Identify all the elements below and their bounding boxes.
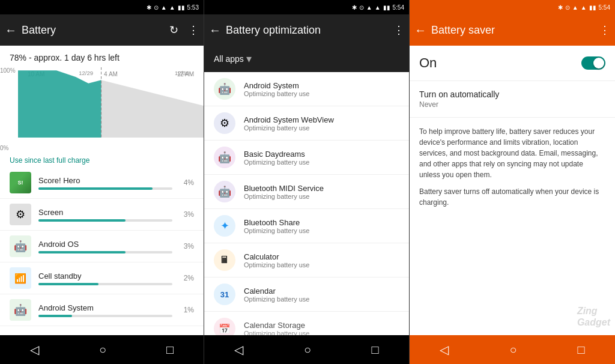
opt-item-basic-daydreams[interactable]: 🤖 Basic Daydreams Optimizing battery use xyxy=(204,141,409,175)
bt-icon: ✱ xyxy=(147,4,151,11)
saver-desc-p2: Battery saver turns off automatically wh… xyxy=(419,186,605,208)
opt-sub-calendar-storage: Optimizing battery use xyxy=(244,330,309,336)
page-title-2: Battery optimization xyxy=(226,24,384,37)
battery-item-cell[interactable]: 📶 Cell standby 2% xyxy=(0,262,204,294)
battery-chart: 100% 0% 12/29 12/30 10 AM 4 AM 12 AM xyxy=(0,67,204,151)
filter-label: All apps xyxy=(214,54,244,64)
opt-info-calendar: Calendar Optimizing battery use xyxy=(244,287,309,303)
app-name-screen: Screen xyxy=(38,208,172,217)
overflow-menu-2[interactable]: ⋮ xyxy=(393,23,404,37)
toolbar-2: ← Battery optimization ⋮ xyxy=(204,14,409,46)
app-icon-score-hero: S! xyxy=(10,172,31,193)
opt-sub-bt-midi: Optimizing battery use xyxy=(244,193,324,200)
svg-marker-1 xyxy=(18,70,101,138)
opt-sub-calendar: Optimizing battery use xyxy=(244,296,309,303)
saver-toggle-row: On xyxy=(410,46,615,81)
opt-item-calendar[interactable]: 31 Calendar Optimizing battery use xyxy=(204,278,409,312)
page-title-3: Battery saver xyxy=(431,24,590,37)
back-button-2[interactable]: ← xyxy=(209,23,221,37)
app-name-score: Score! Hero xyxy=(38,176,172,185)
overflow-menu-3[interactable]: ⋮ xyxy=(599,23,610,37)
opt-name-calculator: Calculator xyxy=(244,252,309,261)
turn-on-auto-title: Turn on automatically xyxy=(419,89,605,99)
opt-info-android-system: Android System Optimizing battery use xyxy=(244,81,309,97)
svg-text:12/30: 12/30 xyxy=(175,70,189,76)
app-icon-screen: ⚙ xyxy=(10,204,31,225)
signal-icon-3: ▲ xyxy=(572,4,578,11)
y-label-top: 100% xyxy=(0,67,16,74)
opt-info-basic-daydreams: Basic Daydreams Optimizing battery use xyxy=(244,150,309,166)
nav-recent-3[interactable]: □ xyxy=(577,343,584,357)
filter-dropdown[interactable]: All apps ▾ xyxy=(214,52,252,65)
nav-home-1[interactable]: ○ xyxy=(99,343,106,357)
svg-marker-0 xyxy=(101,80,204,138)
battery-item-android-os[interactable]: 🤖 Android OS 3% xyxy=(0,231,204,262)
opt-icon-bt-share: ✦ xyxy=(214,215,235,237)
nav-recent-2[interactable]: □ xyxy=(372,343,379,357)
battery-item-screen[interactable]: ⚙ Screen 3% xyxy=(0,199,204,231)
app-info-cell: Cell standby xyxy=(38,271,172,285)
toolbar-3: ← Battery saver ⋮ xyxy=(410,14,615,46)
time-3: 5:54 xyxy=(599,4,610,11)
saver-description: To help improve battery life, battery sa… xyxy=(410,118,615,216)
battery-item-score[interactable]: S! Score! Hero 4% xyxy=(0,167,204,199)
opt-info-bt-midi: Bluetooth MIDI Service Optimizing batter… xyxy=(244,184,324,200)
alarm-icon: ⊙ xyxy=(154,4,159,11)
turn-on-auto-row[interactable]: Turn on automatically Never xyxy=(410,81,615,118)
status-icons-1: ✱ ⊙ ▲ ▲ ▮▮ 5:53 xyxy=(147,4,199,11)
chevron-down-icon: ▾ xyxy=(246,52,252,65)
bt-icon-2: ✱ xyxy=(352,4,357,11)
alarm-icon-2: ⊙ xyxy=(359,4,364,11)
nav-recent-1[interactable]: □ xyxy=(166,343,174,357)
turn-on-auto-sub: Never xyxy=(419,100,605,109)
page-title-1: Battery xyxy=(22,24,160,37)
nav-bar-1: ◁ ○ □ xyxy=(0,335,204,364)
nav-back-3[interactable]: ◁ xyxy=(440,342,449,357)
battery-icon: ▮▮ xyxy=(178,4,185,11)
app-name-android-os: Android OS xyxy=(38,240,172,249)
opt-item-android-system[interactable]: 🤖 Android System Optimizing battery use xyxy=(204,72,409,106)
nav-back-2[interactable]: ◁ xyxy=(234,342,243,357)
nav-home-3[interactable]: ○ xyxy=(509,343,517,357)
alarm-icon-3: ⊙ xyxy=(565,4,570,11)
battery-saver-toggle[interactable] xyxy=(581,56,605,70)
opt-item-calendar-storage[interactable]: 📅 Calendar Storage Optimizing battery us… xyxy=(204,312,409,335)
app-bar-score xyxy=(38,187,172,190)
app-icon-cell: 📶 xyxy=(10,267,31,289)
saver-content: On Turn on automatically Never To help i… xyxy=(410,46,615,335)
back-button-1[interactable]: ← xyxy=(5,23,17,37)
app-info-score: Score! Hero xyxy=(38,176,172,190)
app-info-android-os: Android OS xyxy=(38,240,172,253)
overflow-menu-1[interactable]: ⋮ xyxy=(188,23,199,37)
opt-item-calculator[interactable]: 🖩 Calculator Optimizing battery use xyxy=(204,243,409,278)
wifi-icon-3: ▲ xyxy=(581,4,587,11)
app-pct-screen: 3% xyxy=(180,210,194,219)
opt-item-bt-share[interactable]: ✦ Bluetooth Share Optimizing battery use xyxy=(204,209,409,243)
opt-name-basic-daydreams: Basic Daydreams xyxy=(244,150,309,159)
status-bar-3: ✱ ⊙ ▲ ▲ ▮▮ 5:54 xyxy=(410,0,615,14)
nav-bar-2: ◁ ○ □ xyxy=(204,335,409,364)
saver-on-label: On xyxy=(419,55,581,71)
opt-icon-android-system: 🤖 xyxy=(214,78,235,100)
opt-icon-calendar-storage: 📅 xyxy=(214,318,235,335)
status-bar-1: ✱ ⊙ ▲ ▲ ▮▮ 5:53 xyxy=(0,0,204,14)
nav-bar-3: ◁ ○ □ xyxy=(410,335,615,364)
nav-back-1[interactable]: ◁ xyxy=(30,342,39,357)
opt-item-bt-midi[interactable]: 🤖 Bluetooth MIDI Service Optimizing batt… xyxy=(204,175,409,209)
status-icons-3: ✱ ⊙ ▲ ▲ ▮▮ 5:54 xyxy=(558,4,610,11)
refresh-icon[interactable]: ↻ xyxy=(169,23,178,37)
opt-sub-android-system: Optimizing battery use xyxy=(244,90,309,97)
saver-desc-p1: To help improve battery life, battery sa… xyxy=(419,126,605,180)
battery-item-android-sys[interactable]: 🤖 Android System 1% xyxy=(0,294,204,326)
battery-icon-3: ▮▮ xyxy=(589,4,596,11)
back-button-3[interactable]: ← xyxy=(414,23,426,37)
app-bar-fill-score xyxy=(38,187,153,190)
battery-status-text: 78% - approx. 1 day 6 hrs left xyxy=(10,53,120,62)
app-name-android-sys: Android System xyxy=(38,303,172,312)
opt-name-android-system: Android System xyxy=(244,81,309,90)
nav-home-2[interactable]: ○ xyxy=(304,343,311,357)
app-bar-fill-android-sys xyxy=(38,315,72,317)
opt-item-android-webview[interactable]: ⚙ Android System WebView Optimizing batt… xyxy=(204,106,409,141)
app-bar-android-sys xyxy=(38,315,172,317)
battery-saver-panel: ✱ ⊙ ▲ ▲ ▮▮ 5:54 ← Battery saver ⋮ On Tur… xyxy=(410,0,615,364)
